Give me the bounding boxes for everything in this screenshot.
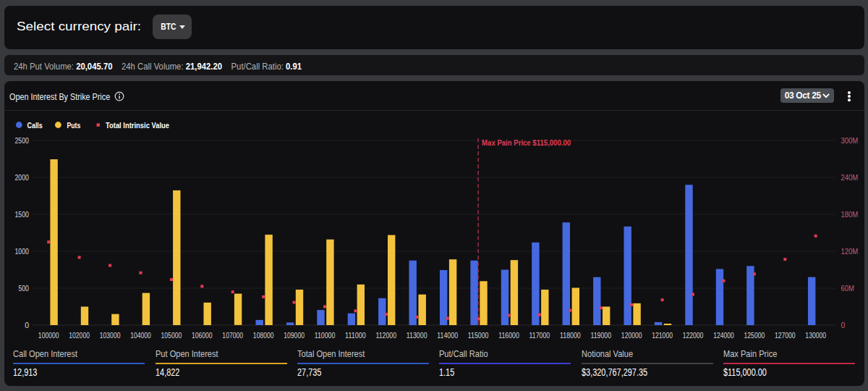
- svg-text:Calls: Calls: [27, 122, 43, 130]
- svg-text:Total Intrinsic Value: Total Intrinsic Value: [106, 122, 169, 130]
- svg-text:Puts: Puts: [67, 122, 81, 130]
